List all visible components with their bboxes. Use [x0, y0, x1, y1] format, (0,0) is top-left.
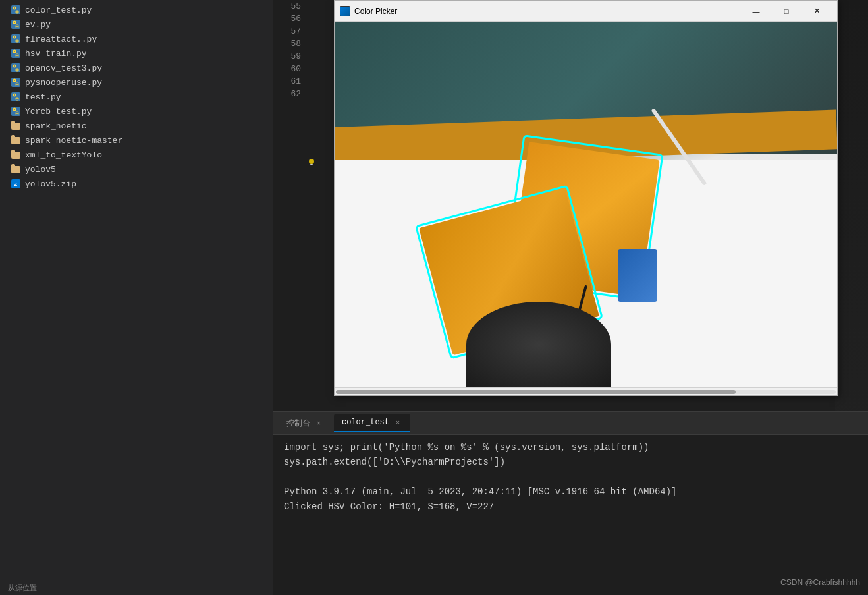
python-icon — [11, 63, 21, 73]
folder-icon — [11, 121, 21, 131]
file-name: ev.py — [25, 20, 51, 30]
sidebar-bottom-text: 从源位置 — [8, 583, 37, 593]
file-name: yolov5 — [25, 165, 56, 175]
window-scrollbar[interactable] — [335, 387, 837, 395]
tab-color-test-close[interactable]: ✕ — [393, 418, 402, 427]
file-name: spark_noetic-master — [25, 136, 122, 146]
watermark: CSDN @Crabfishhhhh — [780, 578, 860, 587]
python-icon — [11, 77, 21, 88]
scrollbar-thumb[interactable] — [336, 390, 736, 394]
file-name: color_test.py — [25, 5, 92, 15]
line-number: 57 — [273, 25, 301, 38]
line-numbers: 55 56 57 58 59 60 61 62 — [273, 0, 306, 411]
svg-point-38 — [14, 109, 15, 110]
file-name: xml_to_textYolo — [25, 150, 102, 160]
python-icon — [11, 5, 21, 15]
line-number: 60 — [273, 63, 301, 75]
terminal-line-3: Python 3.9.17 (main, Jul 5 2023, 20:47:1… — [284, 484, 857, 499]
file-name: yolov5.zip — [25, 179, 76, 189]
terminal-line-2: sys.path.extend(['D:\\PycharmProjects']) — [284, 455, 857, 469]
file-explorer: color_test.py ev.py — [0, 0, 273, 595]
maximize-button[interactable]: □ — [771, 1, 801, 22]
file-item[interactable]: ev.py — [0, 17, 273, 32]
scene-background — [335, 22, 837, 387]
tab-console-label: 控制台 — [286, 418, 310, 429]
window-app-icon — [340, 6, 350, 16]
svg-rect-10 — [11, 34, 20, 43]
file-item[interactable]: yolov5 — [0, 162, 273, 177]
line-number: 58 — [273, 38, 301, 50]
color-picker-window: Color Picker — □ ✕ — [334, 0, 838, 396]
svg-point-39 — [16, 113, 18, 114]
file-item[interactable]: spark_noetic — [0, 119, 273, 133]
tab-color-test[interactable]: color_test ✕ — [334, 414, 410, 432]
svg-point-19 — [16, 55, 18, 56]
python-icon — [11, 19, 21, 30]
file-item[interactable]: pysnooperuse.py — [0, 75, 273, 90]
file-name: hsv_train.py — [25, 49, 87, 59]
svg-point-14 — [16, 40, 18, 42]
window-controls: — □ ✕ — [741, 1, 832, 22]
tab-console[interactable]: 控制台 ✕ — [279, 414, 331, 432]
scrollbar-track[interactable] — [336, 390, 836, 394]
robot-base — [466, 302, 611, 387]
svg-point-40 — [309, 159, 314, 164]
sidebar-bottom: 从源位置 — [0, 581, 273, 595]
file-item[interactable]: xml_to_textYolo — [0, 148, 273, 162]
file-item[interactable]: color_test.py — [0, 3, 273, 17]
svg-rect-30 — [11, 92, 20, 101]
minimap — [835, 0, 868, 411]
tab-console-close[interactable]: ✕ — [314, 418, 323, 428]
line-number: 55 — [273, 0, 301, 13]
file-name: test.py — [25, 92, 61, 102]
minimize-button[interactable]: — — [741, 1, 771, 22]
svg-rect-41 — [310, 164, 313, 165]
file-name: spark_noetic — [25, 121, 87, 131]
file-list: color_test.py ev.py — [0, 0, 273, 581]
lightbulb-icon[interactable] — [306, 157, 317, 167]
window-titlebar: Color Picker — □ ✕ — [335, 1, 837, 22]
svg-point-18 — [14, 51, 15, 52]
python-icon — [11, 106, 21, 117]
svg-point-8 — [14, 22, 15, 23]
svg-point-28 — [14, 80, 15, 81]
file-item[interactable]: test.py — [0, 90, 273, 104]
tab-color-test-label: color_test — [342, 418, 389, 427]
svg-point-23 — [14, 65, 15, 67]
file-item[interactable]: Z yolov5.zip — [0, 177, 273, 191]
svg-point-33 — [14, 94, 15, 96]
svg-point-29 — [16, 84, 18, 85]
svg-point-4 — [16, 11, 18, 13]
line-number: 59 — [273, 50, 301, 63]
folder-icon — [11, 164, 21, 175]
svg-rect-35 — [11, 107, 20, 116]
file-item[interactable]: flreattact..py — [0, 32, 273, 46]
folder-icon — [11, 150, 21, 160]
python-icon — [11, 34, 21, 44]
file-item[interactable]: Ycrcb_test.py — [0, 104, 273, 119]
terminal-line-4: Clicked HSV Color: H=101, S=168, V=227 — [284, 499, 857, 514]
file-item[interactable]: hsv_train.py — [0, 46, 273, 61]
terminal-line-empty — [284, 470, 857, 484]
python-icon — [11, 92, 21, 102]
window-title-text: Color Picker — [354, 7, 397, 16]
window-content — [335, 22, 837, 395]
file-name: Ycrcb_test.py — [25, 107, 92, 117]
svg-rect-5 — [11, 20, 20, 29]
file-item[interactable]: spark_noetic-master — [0, 133, 273, 148]
terminal-area: 控制台 ✕ color_test ✕ import sys; print('Py… — [273, 411, 868, 595]
editor-main: 55 56 57 58 59 60 61 62 — [273, 0, 868, 411]
file-name: opencv_test3.py — [25, 63, 102, 73]
close-button[interactable]: ✕ — [801, 1, 832, 22]
line-number: 61 — [273, 75, 301, 88]
zip-icon: Z — [11, 179, 21, 189]
folder-icon — [11, 135, 21, 146]
blue-device — [618, 249, 657, 302]
file-item[interactable]: opencv_test3.py — [0, 61, 273, 75]
svg-point-13 — [14, 36, 15, 38]
line-number: 56 — [273, 13, 301, 25]
svg-rect-20 — [11, 63, 20, 72]
window-title-left: Color Picker — [340, 6, 397, 16]
terminal-line-1: import sys; print('Python %s on %s' % (s… — [284, 440, 857, 455]
svg-rect-25 — [11, 78, 20, 87]
